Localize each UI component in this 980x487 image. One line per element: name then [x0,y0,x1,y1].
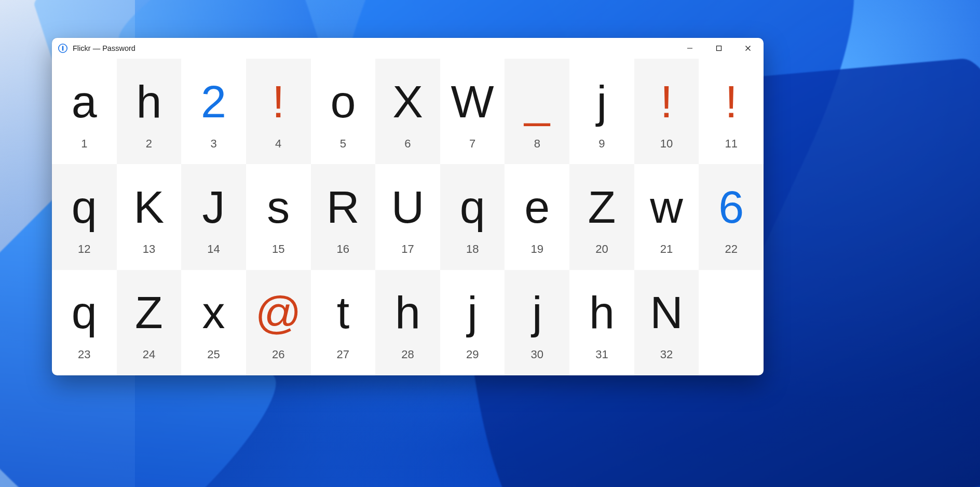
password-char-cell: h2 [117,59,182,164]
password-char-index: 30 [531,349,543,360]
password-char: h [136,79,161,125]
password-char: K [134,184,165,230]
password-char-index: 27 [337,349,349,360]
password-char: x [202,290,225,335]
password-char-cell: R16 [311,164,376,269]
password-char-index: 19 [531,244,543,255]
password-char: 2 [201,79,226,125]
password-char-cell: 622 [699,164,764,269]
password-char-index: 21 [660,244,673,255]
onepassword-icon [58,44,67,53]
password-char-index: 2 [146,138,152,150]
password-char-cell: 23 [181,59,246,164]
password-char-index: 3 [210,138,216,150]
password-char: j [467,290,478,335]
password-char: _ [524,79,550,125]
password-char: @ [255,290,302,335]
password-char: q [72,184,97,230]
password-char-index: 29 [466,349,479,360]
password-char-cell: t27 [311,270,376,375]
password-char-cell: Z20 [569,164,634,269]
close-button[interactable] [733,38,763,59]
password-char-index: 7 [469,138,475,150]
password-char-cell: _8 [505,59,569,164]
password-char-cell: !4 [246,59,311,164]
password-char-index: 6 [404,138,411,150]
password-char: q [72,290,97,335]
password-char: J [202,184,225,230]
password-char-cell: U17 [375,164,440,269]
password-char-index: 1 [81,138,87,150]
password-char: ! [660,79,673,125]
password-char-index: 14 [207,244,220,255]
password-char-index: 13 [143,244,155,255]
password-char: s [267,184,290,230]
password-char: X [392,79,423,125]
password-char-index: 24 [143,349,155,360]
password-char-cell: J14 [181,164,246,269]
password-char: 6 [718,184,744,230]
password-char: U [391,184,425,230]
password-char-index: 18 [466,244,479,255]
password-char-cell: K13 [117,164,182,269]
password-char-cell: X6 [375,59,440,164]
password-char-index: 9 [598,138,605,150]
maximize-button[interactable] [704,38,733,59]
password-char-cell: h31 [569,270,634,375]
password-char-index: 8 [534,138,540,150]
svg-rect-1 [62,46,64,51]
password-char-cell: q18 [440,164,505,269]
password-char: W [451,79,494,125]
password-char: e [524,184,550,230]
password-char-cell: w21 [634,164,699,269]
password-char-index: 15 [272,244,284,255]
password-char: N [650,290,683,335]
password-char-cell: q23 [52,270,117,375]
password-char-index: 31 [595,349,608,360]
password-char-index: 4 [275,138,281,150]
password-char: j [597,79,607,125]
password-window: Flickr — Password a1h223!4o5X6W7_8j9!10!… [52,38,764,375]
password-char: ! [272,79,284,125]
password-char-index: 12 [78,244,90,255]
password-char-cell: e19 [505,164,569,269]
password-char-index: 22 [725,244,737,255]
password-char-index: 11 [725,138,737,150]
password-char: q [460,184,485,230]
password-char-cell: @26 [246,270,311,375]
password-char-index: 16 [337,244,349,255]
password-char: o [330,79,356,125]
window-title: Flickr — Password [73,44,135,52]
password-char-index: 10 [660,138,673,150]
password-char-index: 25 [207,349,220,360]
password-char-index: 23 [78,349,90,360]
password-char-cell: j30 [505,270,569,375]
password-char: w [650,184,683,230]
password-char-cell: q12 [52,164,117,269]
password-char-index: 20 [595,244,608,255]
password-char-cell: W7 [440,59,505,164]
titlebar[interactable]: Flickr — Password [52,38,764,59]
password-char-cell: x25 [181,270,246,375]
password-char-index: 26 [272,349,284,360]
password-char-cell: N32 [634,270,699,375]
password-char: j [532,290,542,335]
password-char-cell: j29 [440,270,505,375]
password-char: Z [135,290,163,335]
password-char: h [589,290,615,335]
password-char-cell: j9 [569,59,634,164]
password-char-cell: s15 [246,164,311,269]
password-grid: a1h223!4o5X6W7_8j9!10!11q12K13J14s15R16U… [52,59,764,375]
minimize-button[interactable] [675,38,704,59]
password-char-index: 28 [401,349,414,360]
password-char-index: 5 [340,138,346,150]
password-char-index: 32 [660,349,673,360]
password-char: h [395,290,420,335]
password-char: ! [725,79,737,125]
password-char-index: 17 [401,244,414,255]
password-char-cell: Z24 [117,270,182,375]
password-char-cell: o5 [311,59,376,164]
password-char-cell: !10 [634,59,699,164]
password-char: a [72,79,97,125]
password-char-cell: h28 [375,270,440,375]
